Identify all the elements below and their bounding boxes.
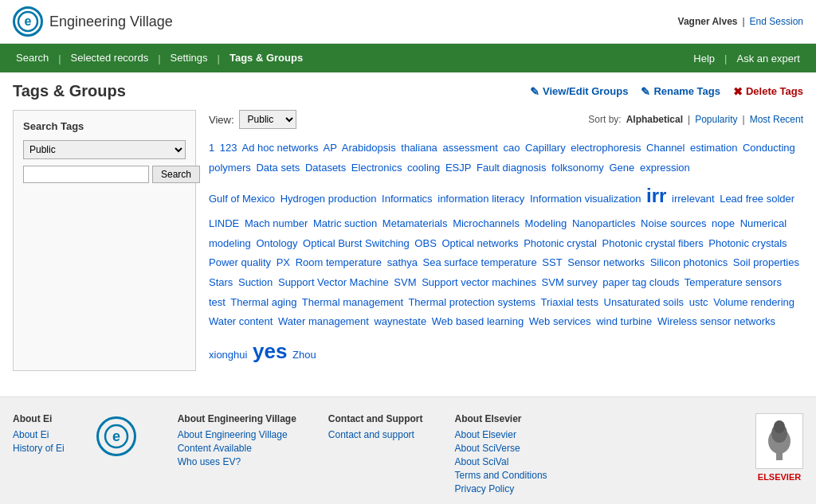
footer-content-available-link[interactable]: Content Available — [178, 443, 296, 454]
footer-about-sciverse-link[interactable]: About SciVerse — [455, 443, 547, 454]
tag-metamaterials[interactable]: Metamaterials — [382, 217, 448, 229]
tag-thaliana[interactable]: thaliana — [401, 142, 437, 154]
tag-assessment[interactable]: assessment — [442, 142, 497, 154]
tag-thermal-management[interactable]: Thermal management — [302, 296, 403, 308]
tag-nanoparticles[interactable]: Nanoparticles — [572, 217, 636, 229]
tag-1[interactable]: 1 — [209, 142, 214, 154]
tag-arabidopsis[interactable]: Arabidopsis — [342, 142, 396, 154]
view-edit-groups-button[interactable]: ✎ View/Edit Groups — [530, 85, 628, 98]
tag-photonic-crystal-fibers[interactable]: Photonic crystal fibers — [602, 237, 704, 249]
tag-lead-free-solder[interactable]: Lead free solder — [720, 193, 794, 205]
tag-soil-properties[interactable]: Soil properties — [733, 256, 799, 268]
tag-sst[interactable]: SST — [542, 256, 562, 268]
nav-search[interactable]: Search — [8, 44, 57, 72]
search-scope-select[interactable]: Public Private All — [23, 140, 186, 159]
tag-gene[interactable]: Gene — [609, 162, 634, 174]
tag-irrelevant[interactable]: irrelevant — [672, 193, 714, 205]
tag-svm[interactable]: SVM — [394, 276, 416, 288]
tag-cooling[interactable]: cooling — [407, 162, 440, 174]
tag-web-services[interactable]: Web services — [529, 315, 591, 327]
tag-cao[interactable]: cao — [503, 142, 520, 154]
tag-gulf-of-mexico[interactable]: Gulf of Mexico — [209, 193, 275, 205]
tag-sathya[interactable]: sathya — [387, 256, 418, 268]
footer-about-ev-link[interactable]: About Engineering Village — [178, 429, 296, 440]
tag-px[interactable]: PX — [277, 256, 290, 268]
tag-wireless-sensor-networks[interactable]: Wireless sensor networks — [657, 315, 775, 327]
tag-volume-rendering[interactable]: Volume rendering — [713, 296, 794, 308]
tag-sensor-networks[interactable]: Sensor networks — [567, 256, 645, 268]
tag-svm-survey[interactable]: SVM survey — [542, 276, 598, 288]
nav-help[interactable]: Help — [685, 53, 723, 64]
tag-water-management[interactable]: Water management — [278, 315, 369, 327]
tag-xionghui[interactable]: xionghui — [209, 349, 247, 361]
tag-channel[interactable]: Channel — [646, 142, 685, 154]
tag-obs[interactable]: OBS — [414, 237, 436, 249]
tag-optical-networks[interactable]: Optical networks — [441, 237, 518, 249]
tag-unsaturated-soils[interactable]: Unsaturated soils — [604, 296, 684, 308]
tag-waynestate[interactable]: waynestate — [374, 315, 426, 327]
tag-folksonomy[interactable]: folksonomy — [551, 162, 604, 174]
tag-suction[interactable]: Suction — [238, 276, 273, 288]
tag-temperature-sensors[interactable]: Temperature sensors — [685, 276, 782, 288]
tag-hydrogen-production[interactable]: Hydrogen production — [280, 193, 377, 205]
sort-alphabetical[interactable]: Alphabetical — [626, 114, 683, 125]
tag-matric-suction[interactable]: Matric suction — [313, 217, 377, 229]
nav-selected-records[interactable]: Selected records — [63, 44, 157, 72]
tag-thermal-protection-systems[interactable]: Thermal protection systems — [408, 296, 536, 308]
tag-data-sets[interactable]: Data sets — [256, 162, 300, 174]
tag-ad-hoc-networks[interactable]: Ad hoc networks — [241, 142, 318, 154]
footer-privacy-policy-link[interactable]: Privacy Policy — [455, 483, 547, 494]
tag-noise-sources[interactable]: Noise sources — [641, 217, 706, 229]
tag-datasets[interactable]: Datasets — [305, 162, 346, 174]
tag-ontology[interactable]: Ontology — [256, 237, 297, 249]
end-session-link[interactable]: End Session — [750, 16, 803, 27]
footer-history-ei-link[interactable]: History of Ei — [13, 443, 65, 454]
tag-123[interactable]: 123 — [220, 142, 237, 154]
tag-information-visualization[interactable]: Information visualization — [530, 193, 641, 205]
sort-most-recent[interactable]: Most Recent — [750, 114, 803, 125]
footer-terms-conditions-link[interactable]: Terms and Conditions — [455, 470, 547, 481]
tag-ap[interactable]: AP — [323, 142, 336, 154]
tag-web-based-learning[interactable]: Web based learning — [432, 315, 524, 327]
nav-ask-expert[interactable]: Ask an expert — [729, 53, 809, 64]
tag-microchannels[interactable]: Microchannels — [453, 217, 520, 229]
tag-modeling[interactable]: Modeling — [525, 217, 567, 229]
tag-expression[interactable]: expression — [640, 162, 690, 174]
tag-photonic-crystal[interactable]: Photonic crystal — [524, 237, 597, 249]
search-button[interactable]: Search — [152, 166, 200, 183]
view-select[interactable]: Public Private All — [239, 110, 296, 129]
tag-photonic-crystals[interactable]: Photonic crystals — [708, 237, 787, 249]
footer-about-scival-link[interactable]: About SciVal — [455, 456, 547, 467]
tag-stars[interactable]: Stars — [209, 276, 233, 288]
search-input[interactable] — [23, 166, 149, 183]
tag-support-vector-machine[interactable]: Support Vector Machine — [278, 276, 389, 288]
tag-paper-tag-clouds[interactable]: paper tag clouds — [602, 276, 679, 288]
tag-triaxial-tests[interactable]: Triaxial tests — [540, 296, 598, 308]
tag-fault-diagnosis[interactable]: Fault diagnosis — [477, 162, 546, 174]
tag-esjp[interactable]: ESJP — [445, 162, 472, 174]
tag-nope[interactable]: nope — [712, 217, 735, 229]
rename-tags-button[interactable]: ✎ Rename Tags — [641, 85, 720, 98]
tag-water-content[interactable]: Water content — [209, 315, 273, 327]
tag-informatics[interactable]: Informatics — [382, 193, 433, 205]
tag-information-literacy[interactable]: information literacy — [437, 193, 524, 205]
tag-sea-surface-temperature[interactable]: Sea surface temperature — [423, 256, 537, 268]
tag-electrophoresis[interactable]: electrophoresis — [571, 142, 641, 154]
tag-yes[interactable]: yes — [253, 339, 287, 363]
tag-silicon-photonics[interactable]: Silicon photonics — [650, 256, 728, 268]
tag-wind-turbine[interactable]: wind turbine — [596, 315, 652, 327]
tag-irr[interactable]: irr — [646, 185, 666, 206]
tag-zhou[interactable]: Zhou — [292, 349, 316, 361]
tag-conducting[interactable]: Conducting — [743, 142, 795, 154]
nav-settings[interactable]: Settings — [163, 44, 216, 72]
footer-who-uses-ev-link[interactable]: Who uses EV? — [178, 456, 296, 467]
tag-thermal-aging[interactable]: Thermal aging — [230, 296, 296, 308]
tag-polymers[interactable]: polymers — [209, 162, 251, 174]
nav-tags-groups[interactable]: Tags & Groups — [222, 44, 311, 72]
tag-capillary[interactable]: Capillary — [525, 142, 566, 154]
tag-linde[interactable]: LINDE — [209, 217, 239, 229]
tag-optical-burst-switching[interactable]: Optical Burst Switching — [303, 237, 410, 249]
footer-about-elsevier-link[interactable]: About Elsevier — [455, 429, 547, 440]
footer-contact-link[interactable]: Contact and support — [328, 429, 423, 440]
sort-popularity[interactable]: Popularity — [695, 114, 737, 125]
